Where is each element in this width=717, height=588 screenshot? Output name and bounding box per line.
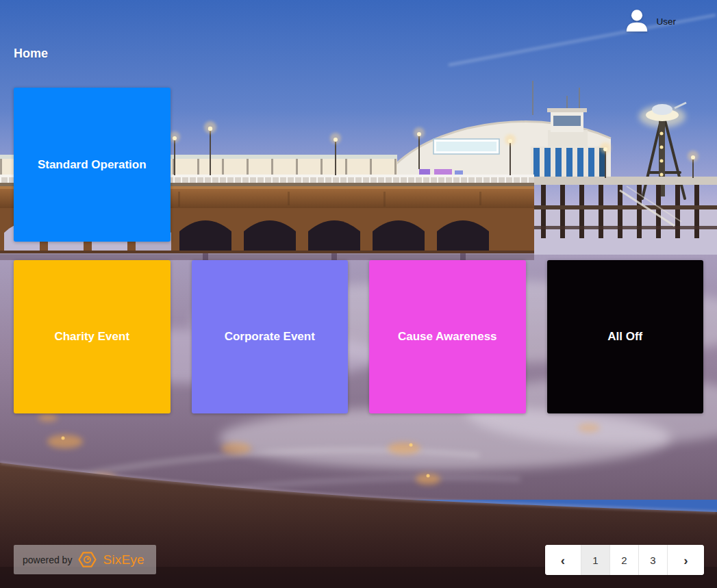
- tile-grid: Standard Operation Charity Event Corpora…: [14, 88, 703, 413]
- tile-corporate-event[interactable]: Corporate Event: [192, 260, 349, 413]
- chevron-right-icon: ›: [683, 554, 688, 567]
- pagination-next-button[interactable]: ›: [668, 545, 704, 575]
- pagination-prev-button[interactable]: ‹: [545, 545, 581, 575]
- powered-by-label: powered by: [23, 554, 72, 565]
- tile-label: Corporate Event: [225, 330, 315, 344]
- tile-label: Cause Awareness: [398, 330, 497, 344]
- tile-cause-awareness[interactable]: Cause Awareness: [369, 260, 526, 413]
- user-label: User: [656, 16, 676, 27]
- tile-standard-operation[interactable]: Standard Operation: [14, 88, 171, 242]
- powered-by-sixeye-link[interactable]: powered by SixEye: [14, 545, 156, 574]
- pagination-page-1[interactable]: 1: [581, 545, 610, 575]
- page-title: Home: [14, 47, 48, 61]
- sixeye-brand-label: SixEye: [103, 552, 144, 567]
- tile-label: All Off: [607, 330, 642, 344]
- chevron-left-icon: ‹: [561, 554, 565, 567]
- tile-all-off[interactable]: All Off: [547, 260, 704, 413]
- tile-label: Charity Event: [54, 330, 129, 344]
- tile-charity-event[interactable]: Charity Event: [14, 260, 171, 413]
- tile-label: Standard Operation: [38, 158, 147, 172]
- pagination-page-3[interactable]: 3: [639, 545, 668, 575]
- sixeye-logo-icon: [78, 550, 97, 569]
- user-menu[interactable]: User: [624, 7, 676, 36]
- pagination: ‹ 1 2 3 ›: [545, 545, 704, 575]
- user-avatar-icon: [624, 7, 650, 36]
- pagination-page-2[interactable]: 2: [610, 545, 639, 575]
